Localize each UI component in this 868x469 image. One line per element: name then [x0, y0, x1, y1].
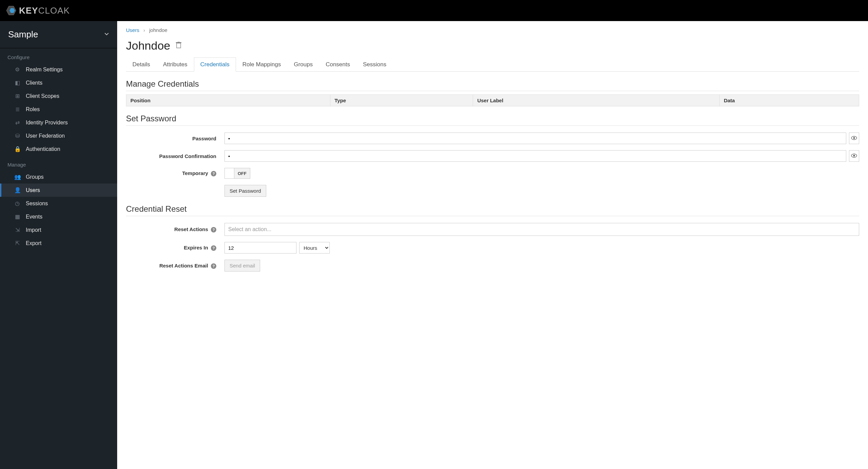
brand-logo[interactable]: KEYCLOAK [6, 5, 70, 16]
tab-credentials[interactable]: Credentials [194, 57, 236, 72]
sidebar-item-events[interactable]: ▦Events [0, 210, 117, 223]
breadcrumb-users-link[interactable]: Users [126, 27, 139, 33]
manage-credentials-heading: Manage Credentials [126, 79, 859, 91]
list-icon: ≣ [14, 106, 20, 112]
help-icon[interactable]: ? [211, 227, 216, 232]
sidebar-item-realm-settings[interactable]: ⚙Realm Settings [0, 63, 117, 76]
credentials-table: PositionTypeUser LabelData [126, 94, 859, 106]
tab-consents[interactable]: Consents [319, 57, 357, 72]
trash-icon[interactable] [176, 42, 182, 50]
temporary-toggle[interactable]: OFF [224, 168, 250, 179]
sidebar-item-label: Realm Settings [26, 67, 63, 73]
expires-in-input[interactable] [224, 242, 296, 254]
temporary-label: Temporary [182, 170, 208, 176]
tab-role-mappings[interactable]: Role Mappings [236, 57, 287, 72]
sidebar-item-label: Client Scopes [26, 93, 59, 99]
svg-rect-2 [177, 43, 181, 48]
sidebar-item-sessions[interactable]: ◷Sessions [0, 197, 117, 210]
brand-name: KEYCLOAK [19, 5, 70, 16]
arrows-icon: ⇄ [14, 119, 20, 126]
sidebar-item-groups[interactable]: 👥Groups [0, 170, 117, 184]
sidebar-item-label: Users [26, 187, 40, 193]
toggle-knob [225, 168, 234, 178]
reset-actions-label: Reset Actions [174, 226, 208, 232]
password-confirm-label: Password Confirmation [126, 153, 224, 159]
sidebar-item-authentication[interactable]: 🔒Authentication [0, 142, 117, 156]
help-icon[interactable]: ? [211, 245, 216, 251]
sidebar-item-users[interactable]: 👤Users [0, 184, 117, 197]
settings-icon: ⚙ [14, 66, 20, 73]
expires-in-label: Expires In [184, 245, 208, 250]
tab-attributes[interactable]: Attributes [157, 57, 194, 72]
sidebar-item-export[interactable]: ⇱Export [0, 237, 117, 250]
realm-name: Sample [8, 29, 38, 40]
sidebar-item-import[interactable]: ⇲Import [0, 223, 117, 237]
sidebar-item-label: Groups [26, 174, 43, 180]
send-email-button[interactable]: Send email [224, 260, 260, 272]
sidebar-item-label: User Federation [26, 133, 65, 139]
sidebar-item-roles[interactable]: ≣Roles [0, 103, 117, 116]
password-confirm-visibility-toggle[interactable] [849, 150, 859, 162]
sidebar: Sample Configure⚙Realm Settings◧Clients⊞… [0, 21, 117, 469]
sidebar-item-label: Events [26, 214, 42, 220]
password-label: Password [126, 136, 224, 141]
realm-selector[interactable]: Sample [0, 21, 117, 48]
eye-icon [851, 154, 857, 159]
toggle-state: OFF [234, 168, 250, 178]
password-confirm-input[interactable] [224, 150, 846, 162]
clock-icon: ◷ [14, 200, 20, 207]
sidebar-item-label: Clients [26, 80, 42, 86]
credential-reset-heading: Credential Reset [126, 204, 859, 216]
tab-groups[interactable]: Groups [287, 57, 319, 72]
svg-rect-4 [178, 42, 180, 42]
scopes-icon: ⊞ [14, 93, 20, 99]
logo-hex-icon [6, 5, 16, 16]
eye-icon [851, 136, 857, 141]
password-input[interactable] [224, 133, 846, 144]
help-icon[interactable]: ? [211, 263, 216, 269]
tabs: DetailsAttributesCredentialsRole Mapping… [126, 57, 859, 72]
sidebar-item-label: Identity Providers [26, 120, 68, 126]
svg-point-8 [853, 155, 855, 156]
chevron-down-icon [104, 32, 109, 37]
credentials-column-user-label: User Label [473, 95, 720, 106]
tab-details[interactable]: Details [126, 57, 157, 72]
page-title-text: Johndoe [126, 39, 170, 52]
sidebar-item-user-federation[interactable]: ⛁User Federation [0, 129, 117, 142]
set-password-button[interactable]: Set Password [224, 185, 266, 197]
sidebar-item-label: Sessions [26, 201, 48, 207]
breadcrumb-sep: › [143, 27, 145, 33]
password-visibility-toggle[interactable] [849, 133, 859, 144]
calendar-icon: ▦ [14, 213, 20, 220]
nav-section-title: Manage [0, 156, 117, 170]
expires-in-unit-select[interactable]: Hours [299, 242, 330, 254]
set-password-heading: Set Password [126, 114, 859, 126]
tab-sessions[interactable]: Sessions [357, 57, 393, 72]
sidebar-item-identity-providers[interactable]: ⇄Identity Providers [0, 116, 117, 129]
person-icon: 👤 [14, 187, 20, 193]
nav-section-title: Configure [0, 48, 117, 63]
topbar: KEYCLOAK [0, 0, 868, 21]
sidebar-item-label: Import [26, 227, 41, 233]
breadcrumb: Users › johndoe [126, 27, 859, 33]
sidebar-item-clients[interactable]: ◧Clients [0, 76, 117, 89]
reset-actions-select[interactable]: Select an action... [224, 223, 859, 236]
sidebar-item-client-scopes[interactable]: ⊞Client Scopes [0, 89, 117, 103]
sidebar-item-label: Roles [26, 106, 40, 112]
sidebar-item-label: Authentication [26, 146, 60, 152]
db-icon: ⛁ [14, 133, 20, 139]
export-icon: ⇱ [14, 240, 20, 246]
import-icon: ⇲ [14, 227, 20, 233]
reset-email-label: Reset Actions Email [159, 263, 208, 268]
reset-actions-placeholder: Select an action... [228, 226, 271, 232]
page-title: Johndoe [126, 39, 859, 52]
credentials-column-type: Type [330, 95, 473, 106]
sidebar-item-label: Export [26, 240, 41, 246]
people-icon: 👥 [14, 174, 20, 180]
breadcrumb-leaf: johndoe [149, 27, 167, 33]
svg-point-6 [853, 137, 855, 139]
credentials-column-data: Data [720, 95, 859, 106]
help-icon[interactable]: ? [211, 171, 216, 176]
credentials-column-position: Position [126, 95, 330, 106]
cube-icon: ◧ [14, 80, 20, 86]
